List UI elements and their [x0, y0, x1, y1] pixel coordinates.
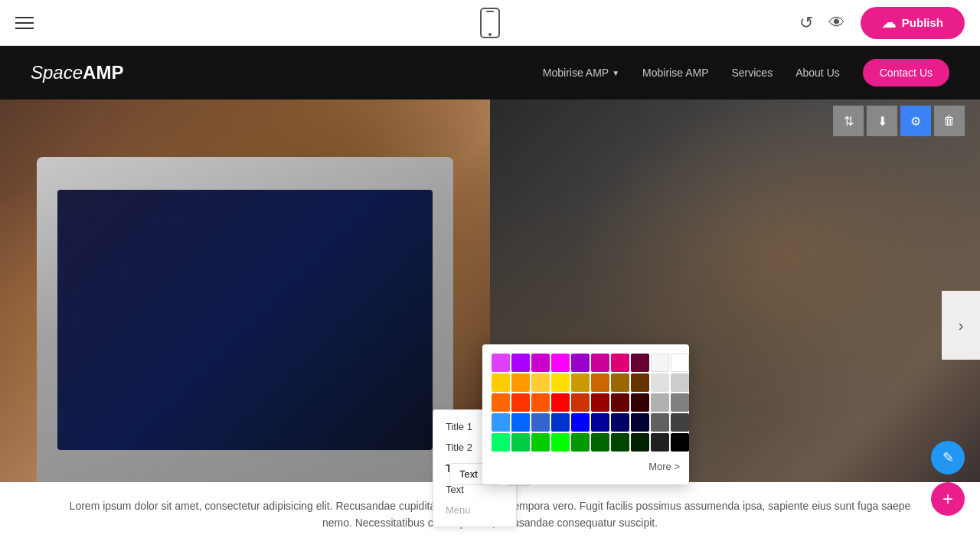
color-swatch[interactable]	[591, 354, 609, 372]
color-swatch[interactable]	[551, 433, 570, 452]
color-swatch[interactable]	[671, 373, 689, 392]
color-picker-popup: More >	[482, 344, 689, 484]
color-swatch[interactable]	[531, 433, 550, 452]
logo-bold: AMP	[83, 62, 123, 83]
nav-link-label: Mobirise AMP	[642, 67, 708, 79]
color-swatch[interactable]	[591, 413, 609, 432]
color-swatch[interactable]	[631, 413, 649, 432]
color-swatch[interactable]	[551, 393, 570, 412]
svg-rect-1	[486, 11, 494, 12]
cloud-upload-icon: ☁	[882, 15, 896, 31]
color-swatch[interactable]	[531, 393, 550, 412]
add-fab-button[interactable]: +	[931, 482, 965, 516]
color-swatch[interactable]	[671, 433, 689, 452]
color-swatch[interactable]	[492, 354, 510, 372]
color-swatch[interactable]	[551, 413, 570, 432]
color-swatch[interactable]	[611, 393, 629, 412]
color-swatch[interactable]	[571, 433, 590, 452]
color-swatch[interactable]	[511, 433, 530, 452]
color-swatch[interactable]	[492, 433, 510, 452]
phone-preview-icon[interactable]	[479, 8, 501, 38]
laptop-visual	[37, 157, 453, 482]
settings-icon[interactable]: ⚙	[900, 106, 931, 136]
nav-link-label: About Us	[795, 67, 840, 79]
nav-link-mobirise2[interactable]: Mobirise AMP	[642, 67, 708, 79]
color-swatch[interactable]	[551, 354, 570, 372]
hamburger-icon[interactable]	[15, 17, 34, 29]
undo-icon[interactable]: ↺	[799, 13, 813, 33]
color-swatch[interactable]	[492, 373, 510, 392]
svg-point-2	[488, 33, 492, 36]
toolbar-right: ↺ 👁 ☁ Publish	[799, 7, 965, 39]
color-swatch[interactable]	[651, 413, 669, 432]
color-swatch[interactable]	[571, 373, 590, 392]
color-swatch[interactable]	[492, 413, 510, 432]
nav-link-label: Mobirise AMP	[543, 67, 609, 79]
color-swatch[interactable]	[651, 354, 669, 372]
section-toolbar: ⇅ ⬇ ⚙ 🗑	[833, 106, 965, 136]
color-swatch[interactable]	[551, 373, 570, 392]
color-swatch[interactable]	[511, 354, 530, 372]
color-swatch[interactable]	[531, 373, 550, 392]
color-swatch[interactable]	[671, 393, 689, 412]
logo-italic: Space	[31, 62, 83, 83]
dropdown-arrow-icon: ▼	[612, 69, 619, 77]
color-swatch[interactable]	[531, 413, 550, 432]
hero-section: ⇅ ⬇ ⚙ 🗑 ›	[0, 99, 980, 551]
publish-label: Publish	[902, 16, 943, 29]
contact-button[interactable]: Contact Us	[863, 59, 949, 86]
color-swatch[interactable]	[511, 373, 530, 392]
toolbar-center	[479, 8, 501, 38]
preview-icon[interactable]: 👁	[828, 13, 845, 33]
more-colors-link[interactable]: More >	[492, 458, 680, 475]
color-swatch[interactable]	[611, 413, 629, 432]
color-grid	[492, 354, 680, 452]
color-swatch[interactable]	[511, 413, 530, 432]
color-swatch[interactable]	[651, 393, 669, 412]
color-swatch[interactable]	[492, 393, 510, 412]
color-swatch[interactable]	[651, 373, 669, 392]
color-swatch[interactable]	[571, 413, 590, 432]
color-swatch[interactable]	[531, 354, 550, 372]
delete-icon[interactable]: 🗑	[934, 106, 965, 136]
color-swatch[interactable]	[631, 433, 649, 452]
nav-bar: SpaceAMP Mobirise AMP ▼ Mobirise AMP Ser…	[0, 46, 980, 99]
dropdown-item-menu[interactable]: Menu	[433, 500, 516, 520]
nav-links: Mobirise AMP ▼ Mobirise AMP Services Abo…	[543, 59, 949, 86]
color-swatch[interactable]	[631, 393, 649, 412]
text-type-label: Text	[459, 468, 478, 480]
chevron-right-icon: ›	[959, 317, 964, 334]
pencil-icon: ✎	[942, 449, 954, 466]
color-swatch-white[interactable]	[671, 354, 689, 372]
color-swatch[interactable]	[591, 373, 609, 392]
nav-link-about[interactable]: About Us	[795, 67, 840, 79]
color-swatch[interactable]	[571, 393, 590, 412]
laptop-screen	[57, 190, 433, 450]
color-swatch[interactable]	[671, 413, 689, 432]
next-arrow[interactable]: ›	[942, 291, 980, 360]
nav-link-label: Services	[731, 67, 773, 79]
nav-link-services[interactable]: Services	[731, 67, 773, 79]
color-swatch[interactable]	[611, 433, 629, 452]
color-swatch[interactable]	[591, 433, 609, 452]
color-swatch[interactable]	[631, 373, 649, 392]
hero-image-left	[0, 99, 490, 482]
color-swatch[interactable]	[611, 354, 629, 372]
top-toolbar: ↺ 👁 ☁ Publish	[0, 0, 980, 46]
reorder-icon[interactable]: ⇅	[833, 106, 864, 136]
nav-link-mobirise1[interactable]: Mobirise AMP ▼	[543, 67, 619, 79]
edit-fab-button[interactable]: ✎	[931, 441, 965, 474]
color-swatch[interactable]	[611, 373, 629, 392]
toolbar-left	[15, 17, 34, 29]
color-swatch[interactable]	[511, 393, 530, 412]
download-icon[interactable]: ⬇	[867, 106, 897, 136]
plus-icon: +	[942, 488, 953, 510]
color-swatch[interactable]	[571, 354, 590, 372]
publish-button[interactable]: ☁ Publish	[861, 7, 965, 39]
color-swatch[interactable]	[651, 433, 669, 452]
logo: SpaceAMP	[31, 62, 123, 83]
color-swatch[interactable]	[631, 354, 649, 372]
color-swatch[interactable]	[591, 393, 609, 412]
